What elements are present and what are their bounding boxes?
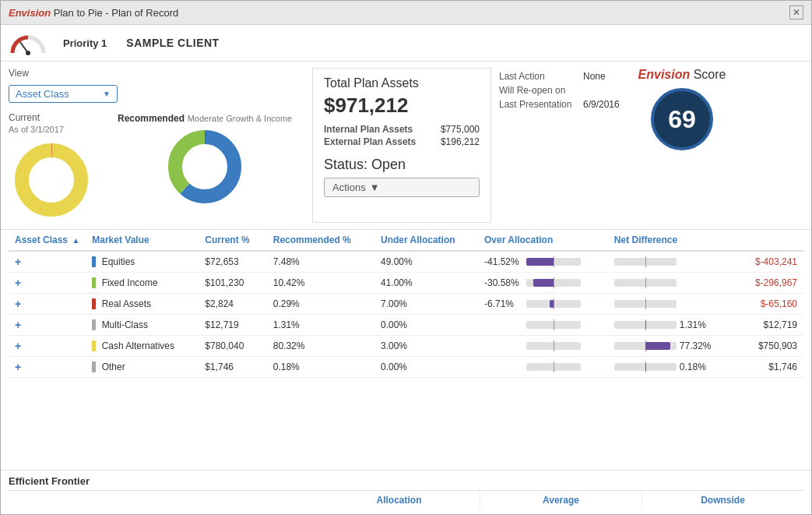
cell-market-value: $2,824	[199, 294, 266, 315]
cell-net-difference: $-65,160	[738, 294, 803, 315]
footer-section: Efficient Frontier Allocation Average Do…	[1, 470, 811, 514]
cell-expand[interactable]: +	[9, 315, 86, 336]
cell-market-value: $12,719	[199, 315, 266, 336]
asset-class-name: Multi-Class	[102, 319, 148, 330]
header-over-allocation[interactable]: Over Allocation	[478, 230, 608, 251]
cell-recommended-pct: 7.00%	[374, 294, 478, 315]
cell-expand[interactable]: +	[9, 336, 86, 357]
expand-icon[interactable]: +	[15, 256, 21, 268]
header-current-pct[interactable]: Current %	[199, 230, 266, 251]
current-donut-chart	[9, 137, 94, 223]
cell-under-allocation	[478, 357, 608, 378]
svg-line-1	[20, 42, 28, 53]
cell-expand[interactable]: +	[9, 251, 86, 273]
asset-class-name: Fixed Income	[102, 277, 158, 288]
cell-net-difference: $12,719	[738, 315, 803, 336]
asset-class-name: Equities	[102, 256, 135, 267]
cell-under-allocation: -6.71%	[478, 294, 608, 315]
view-label: View	[9, 68, 304, 79]
recommended-chart-container: Recommended Moderate Growth & Income	[118, 112, 292, 210]
expand-icon[interactable]: +	[15, 298, 21, 310]
cell-under-allocation: -30.58%	[478, 273, 608, 294]
table-row: + Equities $72,653 7.48% 49.00% -41.52%	[9, 251, 803, 273]
actions-button[interactable]: Actions ▼	[324, 178, 480, 197]
cell-current-pct: 1.31%	[267, 315, 374, 336]
color-indicator	[92, 319, 96, 330]
cell-market-value: $780,040	[199, 336, 266, 357]
color-indicator	[92, 277, 96, 288]
efficient-frontier-title: Efficient Frontier	[9, 475, 803, 487]
expand-icon[interactable]: +	[15, 319, 21, 331]
table-header: Asset Class ▲ Market Value Current % Rec…	[9, 230, 803, 251]
cell-expand[interactable]: +	[9, 273, 86, 294]
gauge-icon	[9, 30, 47, 56]
cell-net-difference: $1,746	[738, 357, 803, 378]
table-row: + Multi-Class $12,719 1.31% 0.00% 1.3	[9, 315, 803, 336]
recommended-label: Recommended	[118, 113, 185, 124]
current-chart-container: Current As of 3/1/2017	[9, 112, 94, 223]
main-window: Envision Plan to Pie - Plan of Record ✕ …	[0, 0, 812, 515]
svg-point-12	[183, 145, 227, 189]
cell-asset-class: Equities	[86, 251, 199, 273]
header-market-value[interactable]: Market Value	[86, 230, 199, 251]
cell-net-difference: $-403,241	[738, 251, 803, 273]
reopen-row: Will Re-open on	[499, 85, 624, 96]
actions-arrow-icon: ▼	[370, 182, 380, 193]
color-indicator	[92, 362, 96, 372]
view-dropdown[interactable]: Asset Class ▼	[9, 85, 118, 103]
current-date: As of 3/1/2017	[9, 125, 64, 134]
header-asset-class[interactable]: Asset Class ▲	[9, 230, 86, 251]
main-content: View Asset Class ▼ Current As of 3/1/201…	[1, 62, 811, 514]
cell-over-allocation: 0.18%	[608, 357, 739, 378]
cell-over-allocation	[608, 273, 739, 294]
cell-over-allocation	[608, 294, 739, 315]
priority-label: Priority 1	[63, 37, 107, 49]
table-row: + Fixed Income $101,230 10.42% 41.00% -3…	[9, 273, 803, 294]
internal-assets-row: Internal Plan Assets $775,000	[324, 124, 480, 135]
footer-col-empty	[9, 491, 318, 510]
score-value: 69	[668, 105, 696, 134]
cell-expand[interactable]: +	[9, 357, 86, 378]
cell-net-difference: $-296,967	[738, 273, 803, 294]
recommended-donut-svg	[162, 124, 248, 210]
table-row: + Cash Alternatives $780,040 80.32% 3.00…	[9, 336, 803, 357]
expand-icon[interactable]: +	[15, 361, 21, 373]
footer-col-downside: Downside	[642, 491, 803, 510]
cell-asset-class: Fixed Income	[86, 273, 199, 294]
svg-point-7	[30, 158, 73, 202]
cell-expand[interactable]: +	[9, 294, 86, 315]
internal-label: Internal Plan Assets	[324, 124, 413, 135]
cell-current-pct: 7.48%	[267, 251, 374, 273]
cell-recommended-pct: 0.00%	[374, 315, 478, 336]
charts-section: Current As of 3/1/2017	[9, 109, 304, 223]
client-name: SAMPLE CLIENT	[126, 37, 219, 49]
last-action-row: Last Action None	[499, 71, 624, 82]
table-body: + Equities $72,653 7.48% 49.00% -41.52%	[9, 251, 803, 378]
last-presentation-row: Last Presentation 6/9/2016	[499, 99, 624, 110]
footer-col-allocation: Allocation	[318, 491, 480, 510]
view-dropdown-label: Asset Class	[16, 88, 69, 100]
score-brand: Envision	[638, 68, 691, 81]
table-row: + Real Assets $2,824 0.29% 7.00% -6.71%	[9, 294, 803, 315]
internal-value: $775,000	[441, 124, 480, 135]
cell-recommended-pct: 49.00%	[374, 251, 478, 273]
header-recommended-pct[interactable]: Recommended %	[267, 230, 374, 251]
score-title: Envision Score	[638, 68, 726, 82]
view-section: View Asset Class ▼	[9, 68, 304, 103]
score-circle: 69	[651, 88, 713, 150]
header-net-difference[interactable]: Net Difference	[608, 230, 739, 251]
expand-icon[interactable]: +	[15, 340, 21, 352]
header-under-allocation[interactable]: Under Allocation	[374, 230, 478, 251]
cell-recommended-pct: 3.00%	[374, 336, 478, 357]
score-section: Envision Score 69	[631, 68, 733, 223]
last-presentation-value: 6/9/2016	[583, 99, 620, 110]
toolbar: Priority 1 SAMPLE CLIENT	[1, 25, 811, 62]
cell-net-difference: $750,903	[738, 336, 803, 357]
current-donut-svg	[9, 137, 94, 223]
table-section: Asset Class ▲ Market Value Current % Rec…	[1, 230, 811, 470]
recommended-name: Moderate Growth & Income	[188, 114, 293, 123]
close-button[interactable]: ✕	[789, 5, 803, 19]
score-title-suffix: Score	[690, 68, 726, 81]
expand-icon[interactable]: +	[15, 277, 21, 289]
cell-current-pct: 80.32%	[267, 336, 374, 357]
